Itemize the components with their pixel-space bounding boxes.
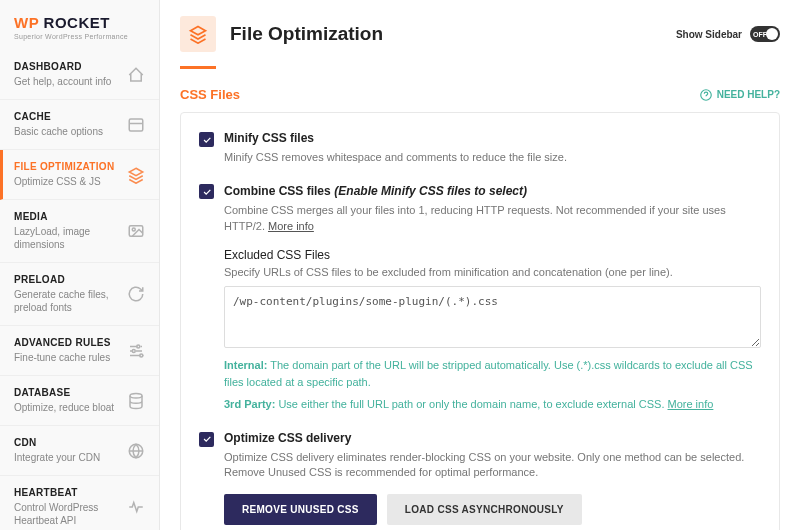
- nav-title: DASHBOARD: [14, 61, 121, 72]
- header-layers-icon: [180, 16, 216, 52]
- check-icon: [202, 434, 212, 444]
- minify-css-checkbox[interactable]: [199, 132, 214, 147]
- nav-title: CACHE: [14, 111, 121, 122]
- combine-more-info-link[interactable]: More info: [268, 220, 314, 232]
- refresh-icon: [127, 285, 145, 303]
- nav-sub: Integrate your CDN: [14, 451, 121, 464]
- svg-rect-0: [129, 119, 143, 131]
- option-combine-css: Combine CSS files (Enable Minify CSS fil…: [199, 183, 761, 412]
- excluded-note-internal: Internal: The domain part of the URL wil…: [224, 357, 761, 390]
- nav-title: HEARTBEAT: [14, 487, 121, 498]
- nav-sub: Control WordPress Heartbeat API: [14, 501, 121, 527]
- layers-icon: [127, 166, 145, 184]
- minify-css-desc: Minify CSS removes whitespace and commen…: [224, 150, 761, 165]
- logo-rocket: ROCKET: [44, 14, 110, 31]
- minify-css-label: Minify CSS files: [224, 131, 761, 145]
- svg-point-5: [140, 354, 143, 357]
- remove-unused-css-button[interactable]: REMOVE UNUSED CSS: [224, 494, 377, 525]
- nav-title: CDN: [14, 437, 121, 448]
- sidebar-item-dashboard[interactable]: DASHBOARDGet help, account info: [0, 50, 159, 100]
- nav-sub: Fine-tune cache rules: [14, 351, 121, 364]
- combine-css-label: Combine CSS files: [224, 184, 331, 198]
- excluded-css-label: Excluded CSS Files: [224, 248, 761, 262]
- logo-wp: WP: [14, 14, 39, 31]
- optimize-css-checkbox[interactable]: [199, 432, 214, 447]
- nav-sub: Optimize, reduce bloat: [14, 401, 121, 414]
- toggle-state: OFF: [753, 31, 767, 38]
- excluded-more-info-link[interactable]: More info: [668, 398, 714, 410]
- check-icon: [202, 187, 212, 197]
- sidebar-item-advanced-rules[interactable]: ADVANCED RULESFine-tune cache rules: [0, 326, 159, 376]
- sidebar-item-preload[interactable]: PRELOADGenerate cache files, preload fon…: [0, 263, 159, 326]
- content-area: Minify CSS files Minify CSS removes whit…: [160, 112, 800, 530]
- nav-title: MEDIA: [14, 211, 121, 222]
- main: File Optimization Show Sidebar OFF CSS F…: [160, 0, 800, 530]
- logo-tagline: Superior WordPress Performance: [14, 33, 145, 40]
- toggle-switch[interactable]: OFF: [750, 26, 780, 42]
- nav-title: DATABASE: [14, 387, 121, 398]
- page-title: File Optimization: [230, 23, 676, 45]
- optimize-css-label: Optimize CSS delivery: [224, 431, 761, 445]
- page-header: File Optimization Show Sidebar OFF: [160, 0, 800, 52]
- media-icon: [127, 222, 145, 240]
- excluded-css-block: Excluded CSS Files Specify URLs of CSS f…: [224, 248, 761, 413]
- excluded-css-textarea[interactable]: [224, 286, 761, 348]
- sidebar-item-cdn[interactable]: CDNIntegrate your CDN: [0, 426, 159, 476]
- nav-title: FILE OPTIMIZATION: [14, 161, 121, 172]
- svg-point-6: [130, 393, 142, 398]
- svg-point-2: [132, 228, 135, 231]
- sidebar: WP ROCKET Superior WordPress Performance…: [0, 0, 160, 530]
- sidebar-item-heartbeat[interactable]: HEARTBEATControl WordPress Heartbeat API: [0, 476, 159, 530]
- sidebar-item-file-optimization[interactable]: FILE OPTIMIZATIONOptimize CSS & JS: [0, 150, 159, 200]
- sidebar-item-cache[interactable]: CACHEBasic cache options: [0, 100, 159, 150]
- optimize-css-desc: Optimize CSS delivery eliminates render-…: [224, 450, 761, 481]
- nav-sub: Optimize CSS & JS: [14, 175, 121, 188]
- show-sidebar-toggle[interactable]: Show Sidebar OFF: [676, 26, 780, 42]
- globe-icon: [127, 442, 145, 460]
- combine-css-hint: (Enable Minify CSS files to select): [334, 184, 527, 198]
- nav-sub: LazyLoad, image dimensions: [14, 225, 121, 251]
- help-icon: [699, 88, 713, 102]
- svg-point-4: [132, 349, 135, 352]
- sliders-icon: [127, 342, 145, 360]
- database-icon: [127, 392, 145, 410]
- heartbeat-icon: [127, 498, 145, 516]
- excluded-css-desc: Specify URLs of CSS files to be excluded…: [224, 266, 761, 278]
- option-minify-css: Minify CSS files Minify CSS removes whit…: [199, 131, 761, 165]
- load-css-async-button[interactable]: LOAD CSS ASYNCHRONOUSLY: [387, 494, 582, 525]
- nav-title: ADVANCED RULES: [14, 337, 121, 348]
- check-icon: [202, 135, 212, 145]
- section-header: CSS Files NEED HELP?: [160, 69, 800, 112]
- need-help-label: NEED HELP?: [717, 89, 780, 100]
- need-help-link[interactable]: NEED HELP?: [699, 88, 780, 102]
- home-icon: [127, 66, 145, 84]
- nav-sub: Get help, account info: [14, 75, 121, 88]
- cache-icon: [127, 116, 145, 134]
- css-files-panel: Minify CSS files Minify CSS removes whit…: [180, 112, 780, 530]
- logo: WP ROCKET Superior WordPress Performance: [0, 0, 159, 50]
- excluded-note-3rdparty: 3rd Party: Use either the full URL path …: [224, 396, 761, 413]
- nav-sub: Basic cache options: [14, 125, 121, 138]
- nav-title: PRELOAD: [14, 274, 121, 285]
- combine-css-checkbox[interactable]: [199, 184, 214, 199]
- optimize-button-row: REMOVE UNUSED CSS LOAD CSS ASYNCHRONOUSL…: [224, 494, 761, 525]
- option-optimize-css: Optimize CSS delivery Optimize CSS deliv…: [199, 431, 761, 526]
- nav-sub: Generate cache files, preload fonts: [14, 288, 121, 314]
- section-title: CSS Files: [180, 87, 240, 102]
- svg-point-3: [137, 345, 140, 348]
- sidebar-item-database[interactable]: DATABASEOptimize, reduce bloat: [0, 376, 159, 426]
- show-sidebar-label: Show Sidebar: [676, 29, 742, 40]
- sidebar-item-media[interactable]: MEDIALazyLoad, image dimensions: [0, 200, 159, 263]
